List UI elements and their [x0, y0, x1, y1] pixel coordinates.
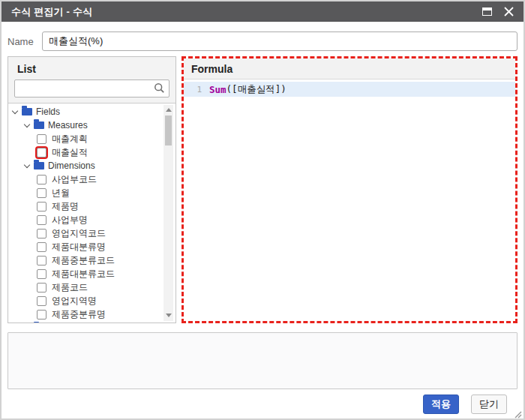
tree-field-row[interactable]: 영업지역코드 [8, 226, 176, 240]
tree-field-row[interactable]: 제품명 [8, 200, 176, 213]
tree-field-row[interactable]: 제품중분류코드 [8, 254, 176, 267]
resize-grip-icon[interactable] [513, 408, 522, 417]
checkbox[interactable] [37, 175, 46, 184]
dialog-title: 수식 편집기 - 수식 [11, 5, 472, 19]
apply-button[interactable]: 적용 [423, 394, 459, 414]
code-function-token: Sum [209, 84, 226, 95]
tree-folder-row[interactable]: Measures [8, 118, 176, 132]
tree-field-row[interactable]: 제품중분류명 [8, 308, 176, 321]
checkbox-highlighted[interactable] [37, 148, 46, 158]
name-input[interactable] [42, 32, 518, 51]
folder-icon [22, 108, 32, 116]
tree-item-label: 매출실적 [52, 146, 88, 159]
tree-item-label: 제품코드 [52, 281, 88, 294]
maximize-icon[interactable] [479, 5, 494, 19]
scroll-up-icon[interactable] [166, 108, 172, 112]
checkbox[interactable] [37, 134, 46, 144]
tree-field-row[interactable]: 년월 [8, 186, 176, 200]
checkbox[interactable] [37, 242, 46, 252]
checkbox[interactable] [37, 215, 46, 225]
search-icon [154, 82, 165, 97]
message-box [8, 332, 518, 389]
scroll-down-icon[interactable] [166, 314, 172, 317]
chevron-down-icon[interactable] [24, 161, 30, 167]
formula-panel-title: Formula [184, 58, 515, 80]
tree-scrollbar[interactable] [164, 105, 173, 321]
formula-editor-dialog: 수식 편집기 - 수식 Name List [0, 0, 525, 420]
close-button[interactable]: 닫기 [471, 394, 507, 414]
folder-icon [34, 162, 44, 170]
checkbox[interactable] [37, 188, 46, 198]
field-tree: FieldsMeasures매출계획매출실적Dimensions사업부코드년월제… [8, 103, 176, 322]
tree-item-label: 년월 [52, 187, 70, 200]
tree-item-label: 제품대분류코드 [52, 268, 115, 280]
tree-field-row[interactable]: 사업부명 [8, 213, 176, 226]
tree-folder-row[interactable]: Fields [8, 105, 176, 118]
checkbox[interactable] [37, 229, 46, 238]
chevron-down-icon[interactable] [24, 121, 30, 127]
tree-item-label: 제품대분류명 [52, 241, 106, 254]
line-number: 1 [184, 85, 209, 94]
tree-item-label: 영업지역명 [52, 295, 97, 308]
tree-field-row[interactable]: 사업부코드 [8, 172, 176, 186]
dialog-titlebar: 수식 편집기 - 수식 [2, 2, 524, 22]
maximize-glyph [482, 8, 492, 16]
checkbox[interactable] [37, 283, 46, 292]
tree-field-row[interactable]: 매출계획 [8, 132, 176, 146]
search-input[interactable] [14, 80, 170, 98]
checkbox[interactable] [37, 310, 46, 320]
name-row: Name [8, 32, 518, 51]
checkbox[interactable] [37, 256, 46, 266]
tree-item-label: 영업지역코드 [52, 227, 106, 240]
tree-field-row[interactable]: 제품코드 [8, 280, 176, 294]
tree-item-label: 제품중분류명 [52, 308, 106, 321]
name-label: Name [8, 36, 42, 47]
tree-item-label: Dimensions [48, 160, 95, 171]
formula-code-editor[interactable]: 1Sum([매출실적]) [184, 80, 515, 321]
checkbox[interactable] [37, 202, 46, 212]
tree-item-label: 사업부코드 [52, 173, 97, 186]
dialog-content: Name List F [2, 22, 524, 418]
tree-folder-row[interactable]: Calculated fields [8, 321, 176, 322]
tree-folder-row[interactable]: Dimensions [8, 159, 176, 172]
formula-panel: Formula 1Sum([매출실적]) [182, 56, 518, 323]
tree-field-row[interactable]: 영업지역명 [8, 294, 176, 308]
tree-item-label: 사업부명 [52, 214, 88, 226]
code-args-token: ([매출실적]) [226, 83, 286, 96]
tree-item-label: Fields [36, 106, 60, 117]
checkbox[interactable] [37, 269, 46, 279]
tree-field-row[interactable]: 제품대분류명 [8, 240, 176, 254]
tree-field-row[interactable]: 매출실적 [8, 146, 176, 159]
tree-item-label: 제품명 [52, 200, 79, 213]
search-box [14, 80, 170, 98]
scrollbar-thumb[interactable] [165, 116, 172, 146]
panels-row: List FieldsMeasures매출계획매출실적Dimensions사업부… [8, 56, 518, 323]
list-panel-title: List [8, 57, 176, 80]
footer: 적용 닫기 [8, 394, 518, 414]
list-panel: List FieldsMeasures매출계획매출실적Dimensions사업부… [8, 56, 176, 323]
checkbox[interactable] [37, 296, 46, 306]
tree-item-label: 매출계획 [52, 133, 88, 146]
tree-item-label: Measures [48, 120, 88, 130]
chevron-down-icon[interactable] [12, 107, 18, 113]
close-icon[interactable] [501, 5, 516, 19]
folder-icon [34, 122, 44, 129]
code-line[interactable]: 1Sum([매출실적]) [184, 82, 515, 97]
tree-item-label: 제품중분류코드 [52, 254, 115, 267]
tree-field-row[interactable]: 제품대분류코드 [8, 267, 176, 280]
